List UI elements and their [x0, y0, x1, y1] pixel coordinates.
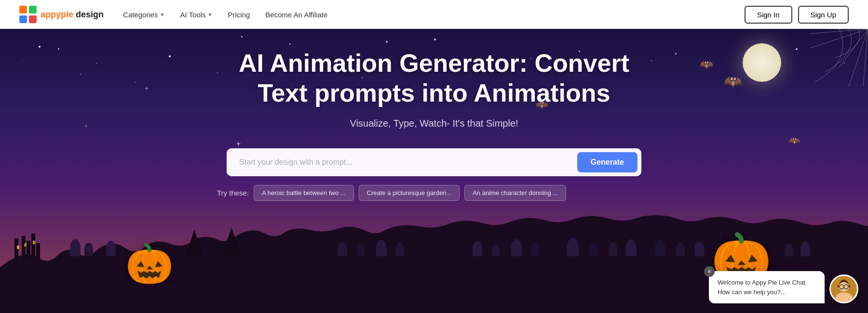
gravestone — [106, 241, 116, 256]
gravestone — [626, 239, 637, 256]
navbar: appypie design Categories ▼ AI Tools ▼ P… — [0, 0, 868, 29]
svg-rect-11 — [22, 236, 26, 262]
spiderweb-decoration — [810, 29, 868, 87]
nav-actions: Sign In Sign Up — [745, 6, 849, 24]
gravestone — [800, 242, 810, 256]
nav-pricing[interactable]: Pricing — [228, 11, 250, 19]
svg-line-5 — [849, 29, 868, 87]
svg-rect-13 — [31, 234, 35, 262]
nav-links: Categories ▼ AI Tools ▼ Pricing Become A… — [123, 11, 745, 19]
bat-decoration-1: 🦇 — [699, 58, 714, 71]
gravestone — [395, 243, 404, 256]
search-container: Generate — [227, 148, 641, 176]
gravestone — [609, 243, 617, 256]
hero-subtitle: Visualize, Type, Watch- It's that Simple… — [217, 118, 651, 129]
chat-close-button[interactable]: × — [704, 266, 715, 277]
svg-line-6 — [863, 29, 868, 87]
avatar-icon — [831, 274, 857, 303]
chevron-down-icon: ▼ — [208, 12, 213, 17]
svg-rect-10 — [14, 238, 18, 262]
gravestone — [655, 239, 665, 256]
signin-button[interactable]: Sign In — [745, 6, 792, 24]
svg-rect-17 — [33, 241, 35, 244]
gravestone — [376, 240, 387, 256]
hero-content: AI Animation Generator: Convert Text pro… — [217, 48, 651, 201]
gravestone — [492, 244, 500, 256]
svg-rect-14 — [36, 243, 40, 262]
moon-decoration — [743, 43, 781, 82]
gravestone — [676, 243, 685, 256]
gravestone — [70, 239, 81, 256]
logo-icon — [19, 6, 37, 23]
chat-bubble: × Welcome to Appy Pie Live Chat. How can… — [709, 271, 825, 303]
pumpkin-left: 🎃 — [125, 241, 174, 287]
gravestone — [567, 238, 579, 256]
chevron-down-icon: ▼ — [160, 12, 165, 17]
svg-rect-3 — [29, 15, 37, 23]
gravestone — [84, 243, 93, 256]
signup-button[interactable]: Sign Up — [798, 6, 849, 24]
nav-affiliate[interactable]: Become An Affiliate — [265, 11, 327, 19]
gravestone — [511, 239, 522, 256]
svg-line-25 — [848, 287, 849, 287]
nav-categories[interactable]: Categories ▼ — [123, 11, 164, 19]
gravestone — [357, 244, 365, 256]
gravestone — [785, 244, 793, 256]
tree — [186, 230, 203, 256]
hero-title: AI Animation Generator: Convert Text pro… — [217, 48, 651, 108]
chat-avatar[interactable] — [829, 274, 858, 303]
svg-rect-15 — [17, 246, 19, 249]
generate-button[interactable]: Generate — [577, 152, 637, 172]
try-chip-1[interactable]: A heroic battle between two ... — [254, 185, 353, 201]
gravestone — [530, 243, 539, 256]
try-these-label: Try these: — [217, 189, 249, 197]
chat-widget: × Welcome to Appy Pie Live Chat. How can… — [709, 271, 858, 303]
bat-decoration-2: 🦇 — [723, 72, 743, 91]
try-chip-3[interactable]: An anime character donning ... — [464, 185, 566, 201]
gravestone — [473, 241, 482, 256]
svg-rect-2 — [19, 15, 27, 23]
bat-decoration-3: 🦇 — [788, 135, 800, 146]
nav-ai-tools[interactable]: AI Tools ▼ — [180, 11, 213, 19]
svg-rect-16 — [24, 243, 27, 247]
gravestone — [338, 242, 347, 256]
gravestone — [589, 244, 598, 256]
logo-text: appypie design — [41, 10, 104, 20]
tree — [222, 227, 241, 256]
hero-section: + + + · · · · 🦇 🦇 🦇 🦇 AI Animation Gener… — [0, 29, 868, 313]
logo[interactable]: appypie design — [19, 6, 104, 23]
svg-rect-0 — [19, 6, 27, 13]
chat-message: Welcome to Appy Pie Live Chat. How can w… — [718, 278, 816, 297]
svg-rect-1 — [29, 6, 37, 13]
try-chip-2[interactable]: Create a picturesque garden... — [359, 185, 460, 201]
gravestone — [694, 242, 704, 256]
tree — [203, 237, 216, 256]
svg-line-24 — [839, 287, 840, 287]
svg-rect-12 — [27, 241, 30, 262]
try-these-section: Try these: A heroic battle between two .… — [217, 185, 651, 201]
